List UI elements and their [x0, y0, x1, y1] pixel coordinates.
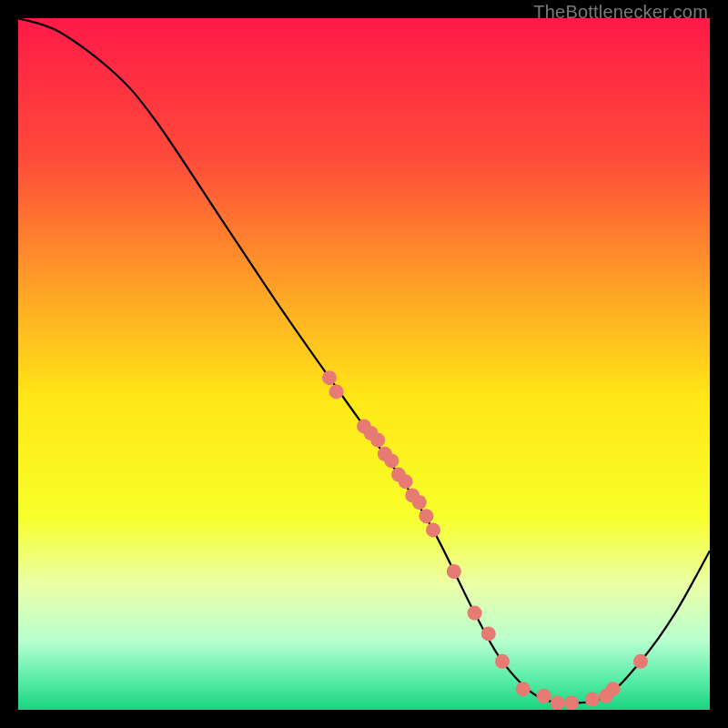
data-point: [384, 453, 399, 468]
data-point: [495, 654, 510, 669]
bottleneck-chart: [18, 18, 710, 710]
data-point: [322, 370, 337, 385]
data-point: [585, 693, 600, 707]
data-point: [606, 682, 621, 696]
data-point: [516, 682, 531, 696]
data-point: [419, 509, 433, 523]
data-point: [564, 695, 579, 710]
data-point: [412, 495, 427, 510]
data-point: [551, 695, 565, 710]
data-point: [399, 474, 413, 489]
chart-background: [18, 18, 710, 710]
data-point: [481, 626, 496, 641]
data-point: [370, 433, 385, 448]
data-point: [426, 522, 440, 537]
data-point: [447, 564, 461, 579]
data-point: [468, 606, 482, 621]
data-point: [633, 654, 648, 669]
data-point: [329, 384, 344, 399]
data-point: [537, 689, 551, 703]
